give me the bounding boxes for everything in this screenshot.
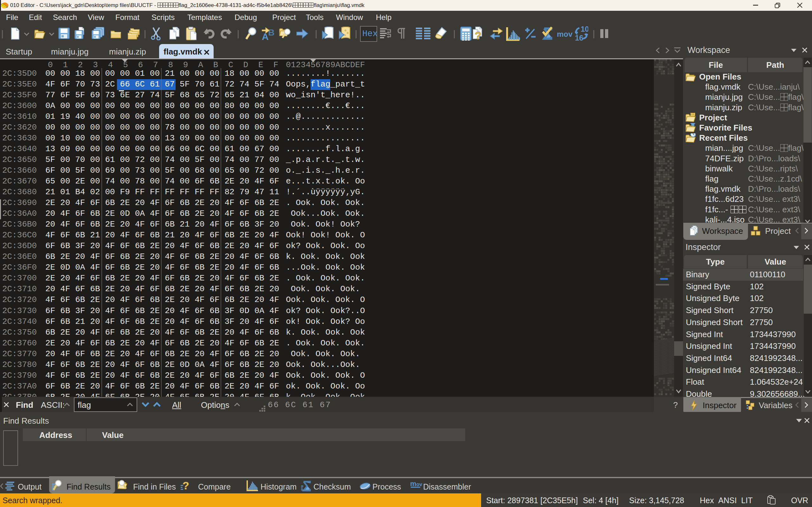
svg-text:B: B [268, 27, 274, 38]
svg-text:A: A [262, 32, 269, 41]
svg-text:10: 10 [581, 26, 588, 33]
svg-text:?: ? [475, 30, 481, 41]
svg-text:?: ? [182, 480, 189, 492]
svg-text:16: 16 [575, 34, 584, 41]
